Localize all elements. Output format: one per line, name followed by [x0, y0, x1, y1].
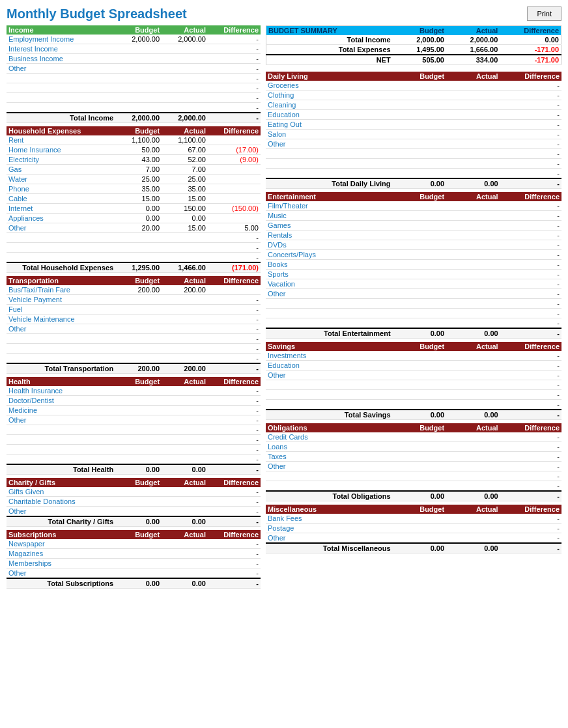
list-item: Fuel - — [7, 305, 261, 315]
income-total-diff: - — [208, 113, 261, 123]
charity-header: Charity / Gifts — [7, 478, 115, 487]
list-item: Appliances 0.00 0.00 — [7, 214, 261, 223]
savings-total-row: Total Savings 0.00 0.00 - — [266, 410, 561, 420]
entertainment-header: Entertainment — [266, 192, 393, 201]
miscellaneous-total-row: Total Miscellaneous 0.00 0.00 - — [266, 543, 561, 553]
list-item: - — [266, 400, 561, 410]
list-item: - — [266, 380, 561, 390]
list-item: Postage- — [266, 524, 561, 533]
list-item: - — [7, 344, 261, 354]
list-item: - — [266, 309, 561, 318]
print-button[interactable]: Print — [527, 7, 561, 21]
list-item: Other - — [7, 64, 261, 74]
miscellaneous-header: Miscellaneous — [266, 505, 393, 514]
list-item: Internet 0.00 150.00 (150.00) — [7, 204, 261, 214]
list-item: Health Insurance - — [7, 386, 261, 396]
daily-living-table: Daily Living Budget Actual Difference Gr… — [266, 72, 561, 189]
savings-table: Savings Budget Actual Difference Investm… — [266, 342, 561, 420]
list-item: Other- — [266, 139, 561, 149]
list-item: Doctor/Dentist - — [7, 396, 261, 406]
list-item: Vacation- — [266, 279, 561, 289]
obligations-header: Obligations — [266, 423, 393, 432]
list-item: Investments- — [266, 351, 561, 361]
list-item: - — [266, 471, 561, 481]
list-item: Memberships - — [7, 559, 261, 568]
income-total-label: Total Income — [7, 113, 115, 123]
list-item: Music- — [266, 211, 561, 221]
list-item: - — [7, 354, 261, 364]
list-item: Other 20.00 15.00 5.00 — [7, 223, 261, 233]
household-total-row: Total Household Expenses 1,295.00 1,466.… — [7, 262, 261, 273]
list-item: - — [7, 103, 261, 113]
obligations-total-row: Total Obligations 0.00 0.00 - — [266, 491, 561, 501]
list-item: Rent 1,100.00 1,100.00 — [7, 135, 261, 145]
income-total-row: Total Income 2,000.00 2,000.00 - — [7, 113, 261, 123]
list-item: Home Insurance 50.00 67.00 (17.00) — [7, 145, 261, 155]
left-column: Income Budget Actual Difference Employme… — [7, 25, 261, 592]
list-item: Clothing- — [266, 91, 561, 100]
subscriptions-table: Subscriptions Budget Actual Difference N… — [7, 530, 261, 589]
income-budget-header: Budget — [115, 25, 162, 35]
list-item: Eating Out- — [266, 120, 561, 130]
list-item: Newspaper - — [7, 539, 261, 549]
health-table: Health Budget Actual Difference Health I… — [7, 377, 261, 475]
list-item: DVDs- — [266, 240, 561, 250]
list-item: - — [7, 253, 261, 263]
charity-total-row: Total Charity / Gifts 0.00 0.00 - — [7, 516, 261, 527]
list-item: Phone 35.00 35.00 — [7, 184, 261, 194]
list-item: Education- — [266, 361, 561, 371]
list-item: Charitable Donations - — [7, 497, 261, 507]
daily-living-total-row: Total Daily Living 0.00 0.00 - — [266, 178, 561, 189]
employment-income-label: Employment Income — [7, 35, 115, 44]
list-item: Groceries- — [266, 81, 561, 91]
list-item: Bus/Taxi/Train Fare 200.00 200.00 — [7, 285, 261, 295]
list-item: Film/Theater- — [266, 201, 561, 211]
transportation-header: Transportation — [7, 276, 115, 285]
list-item: Cleaning- — [266, 100, 561, 110]
list-item: Salon- — [266, 130, 561, 139]
list-item: Bank Fees- — [266, 514, 561, 524]
budget-summary-table: BUDGET SUMMARY Budget Actual Difference … — [266, 25, 561, 65]
summary-total-expenses-row: Total Expenses 1,495.00 1,666.00 -171.00 — [266, 45, 561, 55]
health-total-row: Total Health 0.00 0.00 - — [7, 464, 261, 475]
list-item: - — [266, 169, 561, 179]
income-header: Income — [7, 25, 115, 35]
list-item: - — [7, 425, 261, 435]
income-table: Income Budget Actual Difference Employme… — [7, 25, 261, 123]
list-item: Gas 7.00 7.00 — [7, 165, 261, 175]
list-item: Rentals- — [266, 231, 561, 240]
list-item: Magazines - — [7, 549, 261, 559]
employment-income-budget: 2,000.00 — [115, 35, 162, 44]
right-column: BUDGET SUMMARY Budget Actual Difference … — [266, 25, 561, 592]
list-item: - — [7, 83, 261, 93]
list-item: - — [266, 159, 561, 169]
summary-total-income-row: Total Income 2,000.00 2,000.00 0.00 — [266, 35, 561, 45]
list-item: Games- — [266, 221, 561, 231]
budget-summary-header: BUDGET SUMMARY — [266, 26, 393, 36]
list-item: Water 25.00 25.00 — [7, 175, 261, 184]
list-item: Business Income - — [7, 54, 261, 64]
list-item: Vehicle Maintenance - — [7, 315, 261, 324]
list-item: - — [266, 299, 561, 309]
miscellaneous-table: Miscellaneous Budget Actual Difference B… — [266, 505, 561, 553]
list-item: Credit Cards- — [266, 432, 561, 442]
list-item: - — [7, 435, 261, 445]
income-actual-header: Actual — [162, 25, 208, 35]
list-item: Other- — [266, 533, 561, 544]
list-item: - — [266, 149, 561, 159]
household-table: Household Expenses Budget Actual Differe… — [7, 126, 261, 273]
daily-living-header: Daily Living — [266, 72, 393, 81]
list-item: - — [7, 243, 261, 253]
list-item: Concerts/Plays- — [266, 250, 561, 260]
list-item: Other - — [7, 415, 261, 425]
list-item: - — [266, 318, 561, 329]
list-item: Education- — [266, 110, 561, 120]
obligations-table: Obligations Budget Actual Difference Cre… — [266, 423, 561, 501]
transportation-table: Transportation Budget Actual Difference … — [7, 276, 261, 374]
list-item: Vehicle Payment - — [7, 295, 261, 305]
income-total-actual: 2,000.00 — [162, 113, 208, 123]
entertainment-total-row: Total Entertainment 0.00 0.00 - — [266, 328, 561, 339]
household-total-label: Total Household Expenses — [7, 262, 115, 273]
list-item: Gifts Given - — [7, 487, 261, 497]
income-diff-header: Difference — [208, 25, 261, 35]
